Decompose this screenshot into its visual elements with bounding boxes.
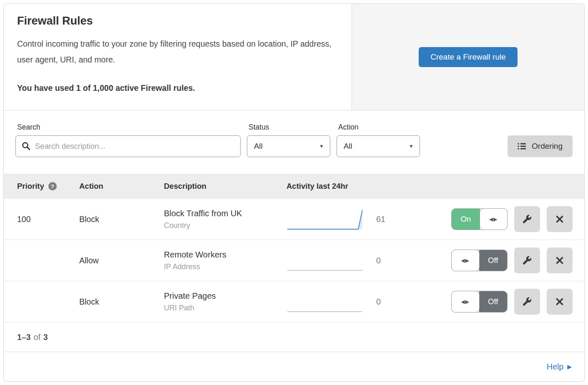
activity-sparkline-cell xyxy=(286,206,376,232)
table-row: Block Private Pages URI Path 0 ◂▸ Off xyxy=(4,281,584,322)
edit-rule-button[interactable] xyxy=(514,248,540,273)
ordering-button-label: Ordering xyxy=(532,142,563,151)
action-select[interactable]: All ▼ xyxy=(337,135,420,157)
close-icon xyxy=(555,297,565,307)
list-icon xyxy=(518,142,527,150)
page-title: Firewall Rules xyxy=(17,15,335,28)
column-header-priority: Priority ? xyxy=(4,182,79,191)
table-row: 100 Block Block Traffic from UK Country … xyxy=(4,199,584,240)
pagination-total: 3 xyxy=(43,332,48,342)
activity-sparkline-cell xyxy=(286,288,376,315)
rule-enabled-toggle[interactable]: ◂▸ Off xyxy=(451,291,508,312)
search-input[interactable] xyxy=(15,135,241,157)
action-selected-value: All xyxy=(344,142,352,151)
search-icon xyxy=(21,141,31,151)
toggle-handle-icon: ◂▸ xyxy=(451,291,480,312)
rule-match-type: URI Path xyxy=(164,304,286,312)
header-action-panel: Create a Firewall rule xyxy=(352,4,584,110)
row-controls: On ◂▸ xyxy=(451,206,584,232)
wrench-icon xyxy=(522,255,533,266)
action-cell: Block xyxy=(79,297,164,307)
create-firewall-rule-button[interactable]: Create a Firewall rule xyxy=(419,47,518,67)
column-header-activity: Activity last 24hr xyxy=(286,182,348,191)
activity-count: 61 xyxy=(376,215,414,224)
delete-rule-button[interactable] xyxy=(547,248,573,273)
wrench-icon xyxy=(522,296,533,307)
search-field-group: Search xyxy=(15,123,241,157)
close-icon xyxy=(555,214,565,224)
help-link-label: Help xyxy=(547,362,563,372)
chevron-down-icon: ▼ xyxy=(319,143,324,149)
status-label: Status xyxy=(247,123,330,132)
usage-summary: You have used 1 of 1,000 active Firewall… xyxy=(17,83,335,93)
priority-cell: 100 xyxy=(4,215,79,224)
rule-description: Block Traffic from UK xyxy=(164,209,286,218)
activity-sparkline-cell xyxy=(286,247,376,274)
action-cell: Allow xyxy=(79,256,164,265)
search-box xyxy=(15,135,241,157)
filter-bar: Search Status All ▼ Action All ▼ xyxy=(4,110,584,174)
delete-rule-button[interactable] xyxy=(547,206,573,232)
header-section: Firewall Rules Control incoming traffic … xyxy=(4,4,584,110)
ordering-button[interactable]: Ordering xyxy=(508,135,573,157)
status-selected-value: All xyxy=(254,142,263,151)
edit-rule-button[interactable] xyxy=(514,206,540,232)
rule-match-type: IP Address xyxy=(164,262,286,271)
column-header-action: Action xyxy=(79,182,164,191)
pagination-of: of xyxy=(34,332,40,342)
search-label: Search xyxy=(15,123,241,132)
row-controls: ◂▸ Off xyxy=(451,289,584,315)
priority-help-icon[interactable]: ? xyxy=(48,182,57,190)
description-cell: Private Pages URI Path xyxy=(164,291,286,312)
rule-match-type: Country xyxy=(164,221,286,230)
action-label: Action xyxy=(337,123,420,132)
status-field-group: Status All ▼ xyxy=(247,123,330,157)
delete-rule-button[interactable] xyxy=(547,289,573,315)
page-description: Control incoming traffic to your zone by… xyxy=(17,36,335,68)
row-controls: ◂▸ Off xyxy=(451,248,584,273)
description-cell: Remote Workers IP Address xyxy=(164,250,286,271)
rule-enabled-toggle[interactable]: On ◂▸ xyxy=(451,208,508,230)
action-cell: Block xyxy=(79,215,164,224)
help-link[interactable]: Help ▶ xyxy=(547,362,572,372)
chevron-down-icon: ▼ xyxy=(409,143,414,149)
priority-header-label: Priority xyxy=(17,182,44,191)
activity-count: 0 xyxy=(376,256,414,265)
table-header-row: Priority ? Action Description Activity l… xyxy=(4,174,584,199)
toggle-off-label: Off xyxy=(479,250,508,271)
description-cell: Block Traffic from UK Country xyxy=(164,209,286,230)
wrench-icon xyxy=(522,214,533,225)
toggle-handle-icon: ◂▸ xyxy=(480,208,508,230)
header-text-panel: Firewall Rules Control incoming traffic … xyxy=(4,4,352,110)
activity-count: 0 xyxy=(376,297,414,307)
arrow-right-icon: ▶ xyxy=(567,363,572,370)
activity-sparkline xyxy=(286,288,370,315)
rule-description: Private Pages xyxy=(164,291,286,301)
toggle-off-label: Off xyxy=(479,291,508,312)
action-field-group: Action All ▼ xyxy=(337,123,420,157)
toggle-handle-icon: ◂▸ xyxy=(451,250,480,271)
activity-sparkline xyxy=(286,206,370,232)
rule-description: Remote Workers xyxy=(164,250,286,260)
status-select[interactable]: All ▼ xyxy=(247,135,330,157)
firewall-rules-card: Firewall Rules Control incoming traffic … xyxy=(3,3,585,382)
edit-rule-button[interactable] xyxy=(514,289,540,315)
toggle-on-label: On xyxy=(452,209,480,230)
rule-enabled-toggle[interactable]: ◂▸ Off xyxy=(451,250,508,271)
help-bar: Help ▶ xyxy=(4,352,584,381)
activity-sparkline xyxy=(286,247,370,274)
column-header-description: Description xyxy=(164,182,286,191)
pagination-bar: 1–3 of 3 xyxy=(4,322,584,352)
table-row: Allow Remote Workers IP Address 0 ◂▸ Off xyxy=(4,240,584,281)
pagination-range: 1–3 xyxy=(17,332,31,342)
close-icon xyxy=(555,255,565,265)
